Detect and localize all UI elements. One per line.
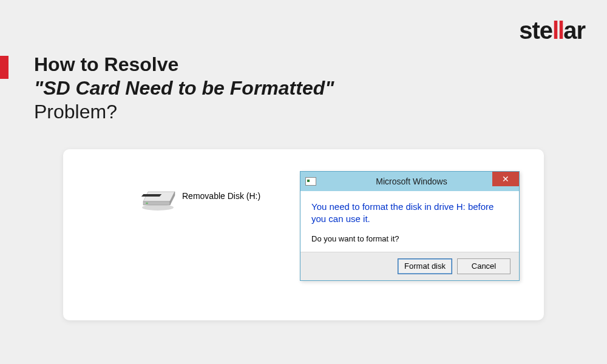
- dialog-main-text: You need to format the disk in drive H: …: [311, 201, 508, 226]
- close-icon: ✕: [502, 174, 509, 184]
- dialog-body: You need to format the disk in drive H: …: [300, 191, 519, 252]
- brand-post: ar: [563, 17, 585, 44]
- svg-point-2: [146, 203, 148, 204]
- removable-disk-icon[interactable]: [140, 186, 176, 214]
- dialog-footer: Format disk Cancel: [300, 252, 519, 280]
- heading-line1: How to Resolve: [34, 53, 334, 76]
- illustration-card: Removable Disk (H:) Microsoft Windows ✕ …: [63, 149, 544, 320]
- page-heading: How to Resolve "SD Card Need to be Forma…: [34, 53, 334, 123]
- format-dialog: Microsoft Windows ✕ You need to format t…: [300, 171, 520, 281]
- close-button[interactable]: ✕: [492, 172, 519, 186]
- dialog-system-icon: [305, 177, 316, 186]
- brand-pre: ste: [519, 17, 552, 44]
- brand-logo: stellar: [519, 17, 585, 44]
- removable-disk-label[interactable]: Removable Disk (H:): [182, 191, 260, 201]
- dialog-title: Microsoft Windows: [304, 177, 519, 186]
- format-disk-button[interactable]: Format disk: [398, 258, 452, 274]
- dialog-sub-text: Do you want to format it?: [311, 234, 508, 243]
- cancel-button[interactable]: Cancel: [457, 258, 510, 274]
- dialog-titlebar[interactable]: Microsoft Windows ✕: [300, 172, 519, 191]
- heading-line2: "SD Card Need to be Formatted": [34, 77, 334, 99]
- svg-point-0: [142, 204, 174, 211]
- svg-rect-1: [141, 194, 161, 197]
- heading-line3: Problem?: [34, 101, 334, 123]
- brand-mid: ll: [552, 17, 563, 44]
- accent-bar: [0, 56, 8, 79]
